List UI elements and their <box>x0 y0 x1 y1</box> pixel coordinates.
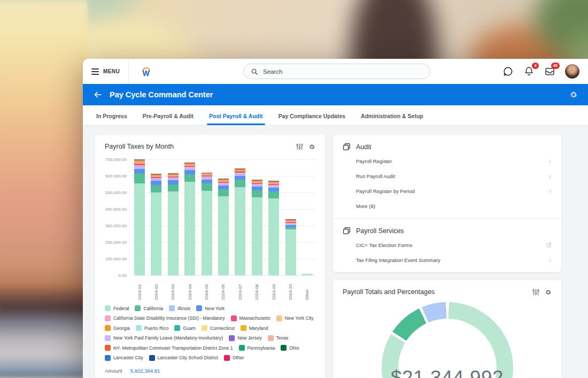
chart-filter-sliders-icon[interactable] <box>296 143 303 150</box>
legend-item-puerto-rico[interactable]: Puerto Rico <box>136 325 168 331</box>
bar-2024-05[interactable] <box>202 159 212 275</box>
menu-item-more-8[interactable]: More (8) <box>343 198 552 213</box>
bar-2024-08[interactable] <box>252 159 262 275</box>
audit-items: Payroll Register›Run Payroll Audit›Payro… <box>343 153 552 213</box>
payroll-totals-card: Payroll Totals and Percentages $21,344,9… <box>333 280 561 378</box>
menu-item-payroll-register-by-period[interactable]: Payroll Register by Period› <box>343 183 552 198</box>
legend-swatch <box>169 305 175 311</box>
bar-2024-02[interactable] <box>151 159 161 275</box>
audit-services-card: Audit Payroll Register›Run Payroll Audit… <box>333 135 561 272</box>
legend-item-connecticut[interactable]: Connecticut <box>202 325 235 331</box>
donut-chart-wrap: $21,344,992 Amount <box>382 302 513 378</box>
tab-pre-payroll-audit[interactable]: Pre-Payroll & Audit <box>142 113 194 125</box>
search-input[interactable] <box>263 68 423 75</box>
y-tick-label: 700,000.00 <box>105 157 127 162</box>
legend-label: Puerto Rico <box>144 326 168 331</box>
menu-item-run-payroll-audit[interactable]: Run Payroll Audit› <box>343 168 552 183</box>
payroll-taxes-card-header: Payroll Taxes by Month <box>105 143 315 150</box>
chart-filter-sliders-icon[interactable] <box>532 289 539 296</box>
chart-settings-gear-icon[interactable] <box>545 289 552 296</box>
right-column: Audit Payroll Register›Run Payroll Audit… <box>333 135 561 378</box>
menu-item-payroll-register[interactable]: Payroll Register› <box>343 153 552 168</box>
tab-post-payroll-audit[interactable]: Post Payroll & Audit <box>208 113 264 125</box>
legend-item-lancaster-city-school-district[interactable]: Lancaster City School District <box>149 355 218 361</box>
inbox-badge: 40 <box>551 63 560 69</box>
legend-swatch <box>224 355 230 361</box>
legend-item-other[interactable]: Other <box>224 355 244 361</box>
bar-segment-federal <box>184 182 195 275</box>
bar-2024-10[interactable] <box>285 159 296 275</box>
legend-item-massachusetts[interactable]: Massachusetts <box>231 315 270 321</box>
chevron-right-icon: › <box>549 159 552 164</box>
back-arrow-icon[interactable] <box>93 90 103 99</box>
legend-item-california-state-disability-insurance-sdi-mandatory[interactable]: California State Disability Insurance (S… <box>105 315 225 321</box>
legend-item-ny-metropolitan-commuter-transportation-district-zone-1[interactable]: NY: Metropolitan Commuter Transportation… <box>105 345 233 351</box>
header-gear-icon[interactable] <box>569 90 578 99</box>
tab-in-progress[interactable]: In Progress <box>96 113 128 125</box>
tab-administration-setup[interactable]: Administration & Setup <box>360 113 424 125</box>
legend-swatch <box>268 335 274 341</box>
legend-item-new-york-paid-family-leave-mandatory-involuntary[interactable]: New York Paid Family Leave (Mandatory-In… <box>105 335 223 341</box>
bar-2024-06[interactable] <box>218 159 229 275</box>
legend-label: California <box>143 306 163 311</box>
search-bar[interactable] <box>243 64 430 79</box>
x-tick-label: 2024-06 <box>221 278 226 300</box>
legend-item-texas[interactable]: Texas <box>268 335 289 341</box>
y-axis: 700,000.00600,000.00500,000.00400,000.00… <box>105 159 131 275</box>
legend-item-guam[interactable]: Guam <box>174 325 196 331</box>
tab-pay-compliance-updates[interactable]: Pay Compliance Updates <box>278 113 346 125</box>
legend-item-california[interactable]: California <box>135 305 163 311</box>
inbox-tray-icon[interactable]: 40 <box>544 66 555 77</box>
legend-item-new-jersey[interactable]: New Jersey <box>229 335 261 341</box>
bar-segment-california <box>202 183 212 191</box>
legend-item-maryland[interactable]: Maryland <box>241 325 268 331</box>
bar-segment-california <box>218 189 229 196</box>
legend-item-pennsylvania[interactable]: Pennsylvania <box>239 345 275 351</box>
y-tick-label: 100,000.00 <box>105 257 127 261</box>
x-tick: 2024-05 <box>202 275 212 300</box>
menu-button[interactable]: MENU <box>88 59 129 84</box>
notifications-bell-icon[interactable]: 4 <box>523 66 535 77</box>
legend-label: Georgia <box>113 326 130 331</box>
bar-segment-new-york <box>218 186 229 189</box>
legend-item-lancaster-city[interactable]: Lancaster City <box>105 355 143 361</box>
grid-line <box>131 275 315 276</box>
bar-other[interactable] <box>302 159 313 275</box>
menu-item-label: Payroll Register by Period <box>356 188 415 194</box>
legend-item-georgia[interactable]: Georgia <box>105 325 130 331</box>
audit-section: Audit Payroll Register›Run Payroll Audit… <box>333 135 561 218</box>
bar-2024-03[interactable] <box>168 159 179 275</box>
bar-2024-04[interactable] <box>184 159 195 275</box>
x-tick-label: 2024-03 <box>171 278 175 300</box>
bar-2024-07[interactable] <box>235 159 245 275</box>
payroll-totals-title: Payroll Totals and Percentages <box>343 288 435 296</box>
bar-segment-federal <box>302 274 313 275</box>
workday-logo[interactable]: W <box>140 67 152 76</box>
legend-swatch <box>136 325 142 331</box>
chat-icon[interactable] <box>502 66 514 77</box>
legend-item-ohio[interactable]: Ohio <box>281 345 299 351</box>
amount-value-link[interactable]: 5,922,394.81 <box>130 368 160 374</box>
bar-segment-federal <box>268 198 279 275</box>
legend-item-federal[interactable]: Federal <box>105 305 129 311</box>
bar-segment-federal <box>168 191 179 275</box>
payroll-services-title: Payroll Services <box>356 227 404 235</box>
bar-segment-federal <box>285 229 296 275</box>
legend-item-illinois[interactable]: Illinois <box>169 305 190 311</box>
menu-item-tax-filing-integration-event-summary[interactable]: Tax Filing Integration Event Summary› <box>343 252 552 267</box>
chart-settings-gear-icon[interactable] <box>308 143 315 150</box>
user-avatar[interactable] <box>565 64 579 79</box>
legend-label: Lancaster City <box>113 355 143 360</box>
legend-item-new-york-city[interactable]: New York City <box>276 315 314 321</box>
legend-label: Massachusetts <box>239 315 270 321</box>
legend-row: California State Disability Insurance (S… <box>105 315 315 321</box>
legend-swatch <box>135 305 141 311</box>
x-tick: 2024-06 <box>218 275 229 300</box>
x-tick-label: 2024-09 <box>272 278 276 300</box>
legend-swatch <box>231 315 237 321</box>
menu-item-cic-tax-election-forms[interactable]: CIC+ Tax Election Forms <box>343 237 552 252</box>
bar-2024-01[interactable] <box>134 159 145 275</box>
legend-swatch <box>105 305 111 311</box>
bar-2024-09[interactable] <box>268 159 279 275</box>
legend-item-new-york[interactable]: New York <box>196 305 225 311</box>
